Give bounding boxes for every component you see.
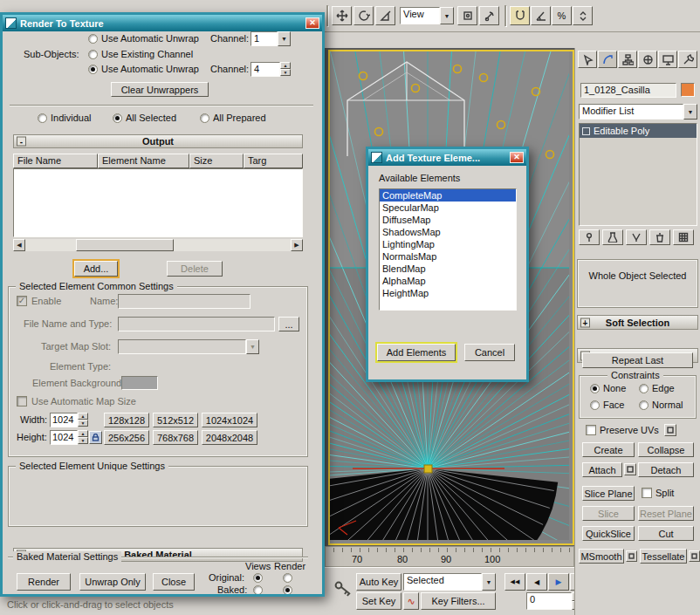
individual-radio[interactable] — [38, 113, 47, 123]
use-auto-unwrap-radio[interactable] — [88, 65, 98, 74]
baked-views-radio[interactable] — [253, 585, 263, 594]
set-key-mode-icon[interactable] — [333, 578, 353, 598]
close-icon[interactable]: ✕ — [305, 17, 319, 29]
list-item[interactable]: LightingMap — [380, 238, 516, 250]
size-128-button[interactable]: 128x128 — [104, 413, 149, 427]
tab-motion-icon[interactable] — [638, 51, 657, 68]
all-prepared-radio[interactable] — [200, 113, 209, 123]
show-end-result-icon[interactable] — [602, 229, 623, 245]
width-value[interactable]: 1024 — [50, 413, 78, 427]
column-size[interactable]: Size — [189, 154, 244, 168]
original-views-radio[interactable] — [253, 573, 263, 583]
auto-map-size-checkbox[interactable] — [17, 396, 27, 407]
new-keys-default-icon[interactable]: ∿ — [403, 592, 419, 610]
angle-snap-icon[interactable] — [531, 6, 551, 25]
rtt-titlebar[interactable]: Render To Texture ✕ — [3, 15, 322, 31]
constraint-face-radio[interactable] — [590, 400, 600, 410]
tessellate-button[interactable]: Tessellate — [640, 549, 687, 564]
available-elements-listbox[interactable]: CompleteMap SpecularMap DiffuseMap Shado… — [379, 188, 517, 311]
select-and-scale-icon[interactable] — [375, 6, 395, 25]
chevron-down-icon[interactable]: ▼ — [683, 104, 697, 120]
cancel-button[interactable]: Cancel — [464, 344, 515, 361]
expand-icon[interactable]: + — [580, 318, 590, 327]
column-target[interactable]: Targ — [244, 154, 303, 168]
select-and-move-icon[interactable] — [332, 6, 352, 25]
size-1024-button[interactable]: 1024x1024 — [202, 413, 257, 427]
slice-plane-button[interactable]: Slice Plane — [582, 486, 635, 501]
hscroll-thumb[interactable] — [76, 239, 174, 251]
list-item[interactable]: SpecularMap — [380, 202, 516, 214]
list-item[interactable]: AlphaMap — [380, 275, 516, 287]
repeat-last-button[interactable]: Repeat Last — [582, 352, 693, 368]
pin-stack-icon[interactable] — [579, 229, 600, 245]
object-name-field[interactable]: 1_0128_Casilla — [580, 83, 676, 98]
column-file-name[interactable]: File Name — [13, 154, 98, 168]
quickslice-button[interactable]: QuickSlice — [582, 526, 635, 541]
close-button[interactable]: Close — [153, 573, 195, 591]
constraint-none-radio[interactable] — [590, 384, 600, 393]
snap-toggle-3d-icon[interactable] — [510, 6, 530, 25]
split-checkbox[interactable] — [642, 488, 652, 498]
previous-frame-button[interactable]: ◀ — [526, 573, 547, 591]
use-auto-unwrap-top-radio[interactable] — [88, 34, 98, 44]
slice-button[interactable]: Slice — [582, 506, 635, 521]
output-hscrollbar[interactable]: ◀ ▶ — [13, 239, 303, 251]
select-and-manipulate-icon[interactable] — [479, 6, 499, 25]
use-pivot-point-icon[interactable] — [457, 6, 477, 25]
all-selected-radio[interactable] — [113, 113, 122, 123]
current-frame-value[interactable]: 0 — [526, 592, 572, 610]
cut-button[interactable]: Cut — [638, 526, 694, 541]
play-button[interactable]: ▶ — [548, 573, 569, 591]
add-dialog-titlebar[interactable]: Add Texture Eleme... ✕ — [368, 149, 526, 166]
chevron-down-icon[interactable]: ▼ — [482, 573, 496, 591]
height-value[interactable]: 1024 — [50, 430, 78, 445]
select-and-rotate-icon[interactable] — [353, 6, 374, 25]
channel-2-value[interactable]: 4 — [250, 62, 280, 77]
spinner-down-icon[interactable]: ▼ — [78, 437, 88, 444]
track-bar[interactable]: 70 80 90 100 — [325, 546, 574, 567]
clear-unwrappers-button[interactable]: Clear Unwrappers — [111, 82, 209, 97]
close-icon[interactable]: ✕ — [510, 152, 524, 163]
use-existing-channel-radio[interactable] — [88, 50, 98, 59]
size-2048-button[interactable]: 2048x2048 — [202, 430, 257, 445]
set-key-button[interactable]: Set Key — [356, 592, 401, 610]
selection-set-dropdown[interactable]: Selected ▼ — [403, 573, 496, 591]
original-render-radio[interactable] — [283, 573, 292, 583]
enable-checkbox[interactable]: ✓ — [17, 296, 27, 306]
list-item[interactable]: NormalsMap — [380, 250, 516, 263]
modifier-stack[interactable]: Editable Poly — [579, 123, 697, 226]
target-slot-dropdown[interactable]: ▼ — [118, 339, 259, 354]
chevron-down-icon[interactable]: ▼ — [246, 339, 259, 354]
constraint-edge-radio[interactable] — [639, 384, 649, 393]
spinner-down-icon[interactable]: ▼ — [280, 69, 291, 76]
remove-modifier-icon[interactable] — [649, 229, 670, 245]
spinner-up-icon[interactable]: ▲ — [280, 62, 291, 69]
unwrap-only-button[interactable]: Unwrap Only — [79, 573, 146, 591]
stack-item-editable-poly[interactable]: Editable Poly — [580, 124, 697, 138]
file-type-field[interactable] — [118, 317, 275, 331]
tab-create-icon[interactable] — [578, 51, 597, 68]
baked-render-radio[interactable] — [283, 585, 292, 594]
attach-button[interactable]: Attach — [582, 462, 622, 477]
list-item[interactable]: ShadowsMap — [380, 226, 516, 238]
constraint-normal-radio[interactable] — [639, 400, 649, 410]
list-item[interactable]: BlendMap — [380, 263, 516, 275]
tab-modify-icon[interactable] — [598, 51, 617, 68]
column-element-name[interactable]: Element Name — [98, 154, 189, 168]
percent-snap-icon[interactable]: % — [552, 6, 572, 25]
list-item[interactable]: DiffuseMap — [380, 214, 516, 226]
size-512-button[interactable]: 512x512 — [153, 413, 198, 427]
list-item[interactable]: CompleteMap — [380, 189, 516, 202]
make-unique-icon[interactable] — [626, 229, 647, 245]
scroll-right-icon[interactable]: ▶ — [291, 239, 303, 251]
auto-key-button[interactable]: Auto Key — [356, 573, 401, 591]
size-256-button[interactable]: 256x256 — [104, 430, 149, 445]
msmooth-settings-icon[interactable] — [626, 550, 637, 562]
output-table[interactable]: File Name Element Name Size Targ — [13, 154, 303, 237]
output-table-body[interactable] — [13, 168, 303, 237]
tessellate-settings-icon[interactable] — [689, 550, 700, 562]
name-field[interactable] — [118, 294, 250, 309]
configure-modifier-sets-icon[interactable] — [673, 229, 694, 245]
spinner-up-icon[interactable]: ▲ — [78, 413, 88, 420]
reference-coordinate-dropdown[interactable]: View ▼ — [400, 7, 454, 24]
